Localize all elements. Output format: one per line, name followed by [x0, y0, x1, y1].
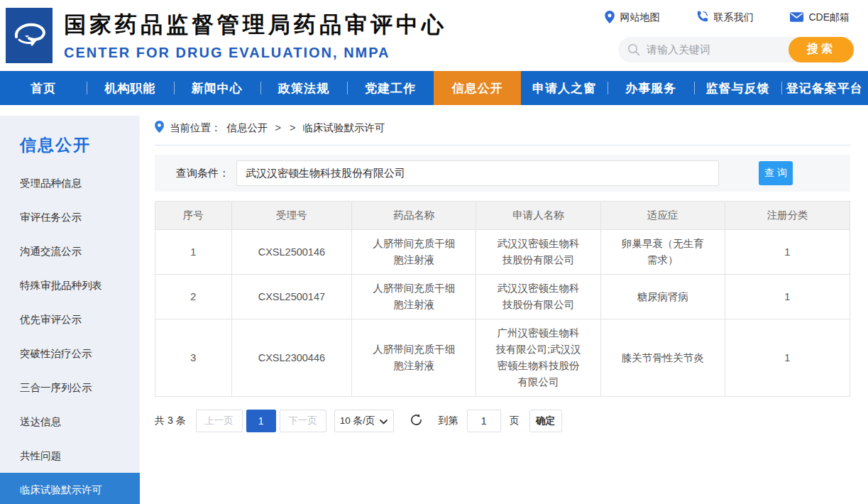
cell-indication: 糖尿病肾病 [600, 275, 725, 319]
cell-indication: 卵巢早衰（无生育需求） [600, 230, 725, 275]
query-input[interactable] [236, 160, 719, 186]
col-header-indication: 适应症 [600, 202, 725, 230]
site-header: 国家药品监督管理局药品审评中心 CENTER FOR DRUG EVALUATI… [0, 0, 868, 71]
site-subtitle: CENTER FOR DRUG EVALUATION, NMPA [64, 45, 447, 61]
table-row: 3 CXSL2300446 人脐带间充质干细胞注射液 广州汉密顿生物科技有限公司… [155, 319, 850, 397]
site-logo[interactable] [6, 8, 53, 63]
map-pin-icon [605, 11, 615, 26]
nav-item-home[interactable]: 首页 [0, 71, 87, 105]
chevron-down-icon [380, 416, 388, 427]
sidebar-item-accepted-varieties[interactable]: 受理品种信息 [0, 166, 140, 200]
sidebar-item-communication[interactable]: 沟通交流公示 [0, 234, 140, 268]
breadcrumb-separator: > [290, 122, 295, 133]
cell-applicant: 武汉汉密顿生物科技股份有限公司 [476, 275, 600, 319]
sitemap-link[interactable]: 网站地图 [605, 11, 659, 26]
page-size-select[interactable]: 10 条/页 [334, 410, 394, 432]
sidebar-item-review-tasks[interactable]: 审评任务公示 [0, 200, 140, 234]
nav-item-functions[interactable]: 机构职能 [87, 71, 173, 105]
sidebar-item-delivery-info[interactable]: 送达信息 [0, 405, 140, 439]
cell-drug-name: 人脐带间充质干细胞注射液 [352, 275, 476, 319]
breadcrumb-separator: > [275, 122, 281, 133]
query-panel: 查询条件： 查 询 [155, 155, 850, 192]
page-size-label: 10 条/页 [340, 415, 375, 427]
cell-seq: 2 [155, 275, 232, 319]
nav-item-supervision[interactable]: 监督与反馈 [694, 71, 781, 105]
cell-acceptance-no: CXSL2500147 [231, 275, 351, 319]
location-pin-icon [155, 121, 164, 135]
query-button[interactable]: 查 询 [759, 161, 793, 185]
cell-registration-class: 1 [725, 319, 850, 397]
contact-label: 联系我们 [713, 11, 753, 24]
prev-page-button[interactable]: 上一页 [196, 410, 243, 432]
pagination-total: 共 3 条 [155, 415, 186, 427]
col-header-seq: 序号 [155, 202, 232, 230]
page-unit-label: 页 [510, 415, 520, 427]
content-wrap: 信息公开 受理品种信息 审评任务公示 沟通交流公示 特殊审批品种列表 优先审评公… [0, 105, 868, 504]
breadcrumb-section[interactable]: 信息公开 [227, 121, 268, 135]
cell-applicant: 武汉汉密顿生物科技股份有限公司 [476, 230, 600, 275]
nav-item-policy[interactable]: 政策法规 [260, 71, 347, 105]
refresh-button[interactable] [410, 413, 423, 429]
breadcrumb-prefix: 当前位置： [170, 121, 221, 135]
cell-registration-class: 1 [725, 275, 850, 319]
cell-seq: 1 [155, 230, 232, 275]
sidebar-item-three-in-one[interactable]: 三合一序列公示 [0, 371, 140, 405]
nav-item-services[interactable]: 办事服务 [608, 71, 694, 105]
nav-item-news[interactable]: 新闻中心 [174, 71, 260, 105]
nav-item-info-disclosure[interactable]: 信息公开 [434, 71, 520, 105]
nav-item-applicant[interactable]: 申请人之窗 [521, 71, 608, 105]
main-nav-list: 首页 机构职能 新闻中心 政策法规 党建工作 信息公开 申请人之窗 办事服务 监… [0, 71, 868, 105]
cell-registration-class: 1 [725, 230, 850, 275]
pagination: 共 3 条 上一页 1 下一页 10 条/页 到第 页 确定 [155, 410, 850, 432]
table-row: 1 CXSL2500146 人脐带间充质干细胞注射液 武汉汉密顿生物科技股份有限… [155, 230, 850, 275]
query-label: 查询条件： [176, 167, 229, 180]
cell-acceptance-no: CXSL2500146 [231, 230, 351, 275]
cell-acceptance-no: CXSL2300446 [231, 319, 351, 397]
mail-icon [790, 12, 803, 24]
sitemap-label: 网站地图 [620, 11, 659, 24]
sidebar-title: 信息公开 [0, 127, 140, 166]
col-header-registration-class: 注册分类 [725, 202, 850, 230]
header-search-button[interactable]: 搜索 [789, 37, 854, 62]
contact-link[interactable]: 联系我们 [696, 11, 753, 26]
sidebar-item-clinical-trial-implied-license[interactable]: 临床试验默示许可 [0, 473, 140, 504]
cell-applicant: 广州汉密顿生物科技有限公司;武汉汉密顿生物科技股份有限公司 [476, 319, 600, 397]
confirm-button[interactable]: 确定 [529, 410, 562, 432]
col-header-drug-name: 药品名称 [352, 202, 476, 230]
cell-drug-name: 人脐带间充质干细胞注射液 [352, 319, 476, 397]
sidebar-list: 受理品种信息 审评任务公示 沟通交流公示 特殊审批品种列表 优先审评公示 突破性… [0, 166, 140, 504]
goto-page-input[interactable] [467, 410, 501, 432]
cde-logo-icon [11, 20, 48, 51]
phone-icon [696, 11, 708, 25]
site-title: 国家药品监督管理局药品审评中心 [64, 10, 447, 40]
sidebar: 信息公开 受理品种信息 审评任务公示 沟通交流公示 特殊审批品种列表 优先审评公… [0, 116, 140, 504]
main-panel: 当前位置：信息公开 > > 临床试验默示许可 查询条件： 查 询 序号 受理号 … [140, 105, 868, 504]
sidebar-item-special-approval[interactable]: 特殊审批品种列表 [0, 268, 140, 302]
header-search: 搜索 [618, 37, 854, 62]
cell-indication: 膝关节骨性关节炎 [600, 319, 725, 397]
current-page-button[interactable]: 1 [246, 410, 276, 432]
nav-item-party[interactable]: 党建工作 [347, 71, 434, 105]
sidebar-item-priority-review[interactable]: 优先审评公示 [0, 302, 140, 336]
cell-seq: 3 [155, 319, 232, 397]
table-header-row: 序号 受理号 药品名称 申请人名称 适应症 注册分类 [155, 202, 850, 230]
breadcrumb-current: 临床试验默示许可 [302, 121, 385, 135]
header-right: 网站地图 联系我们 CDE邮箱 搜索 [605, 9, 854, 62]
next-page-button[interactable]: 下一页 [280, 410, 326, 432]
main-nav: 首页 机构职能 新闻中心 政策法规 党建工作 信息公开 申请人之窗 办事服务 监… [0, 71, 868, 105]
sidebar-item-common-issues[interactable]: 共性问题 [0, 439, 140, 473]
nav-item-registration[interactable]: 登记备案平台 [781, 71, 868, 105]
sidebar-item-breakthrough-therapy[interactable]: 突破性治疗公示 [0, 336, 140, 371]
mail-label: CDE邮箱 [808, 11, 850, 24]
breadcrumb: 当前位置：信息公开 > > 临床试验默示许可 [155, 121, 850, 146]
mail-link[interactable]: CDE邮箱 [790, 11, 850, 26]
col-header-applicant: 申请人名称 [476, 202, 600, 230]
results-table: 序号 受理号 药品名称 申请人名称 适应症 注册分类 1 CXSL2500146… [155, 201, 850, 397]
top-links: 网站地图 联系我们 CDE邮箱 [605, 11, 850, 26]
refresh-icon [410, 413, 423, 429]
search-icon [627, 43, 640, 59]
table-row: 2 CXSL2500147 人脐带间充质干细胞注射液 武汉汉密顿生物科技股份有限… [155, 275, 850, 319]
goto-page-label: 到第 [439, 415, 458, 427]
title-block: 国家药品监督管理局药品审评中心 CENTER FOR DRUG EVALUATI… [64, 10, 447, 61]
col-header-acceptance-no: 受理号 [231, 202, 351, 230]
